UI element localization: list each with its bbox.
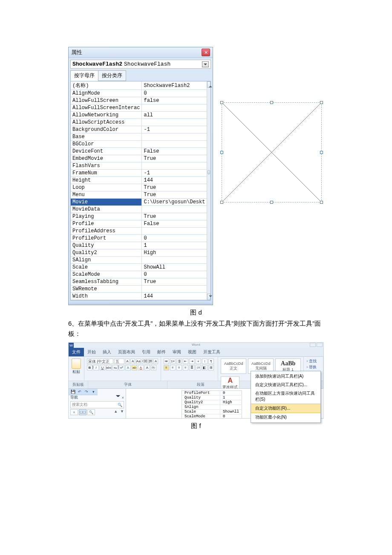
nav-next-icon[interactable]: ▼ [120,409,124,415]
property-row[interactable]: Height144 [71,177,207,184]
property-row[interactable]: Quality2High [71,249,207,257]
show-marks-icon[interactable]: ¶ [208,358,214,364]
resize-handle-ml[interactable] [220,151,223,154]
nav-search-input[interactable]: 搜索文档 🔍 [70,401,124,408]
numbering-icon[interactable]: 1≡ [170,358,176,364]
property-value[interactable]: all [142,112,207,119]
font-size-selector[interactable]: 五号 [114,358,124,364]
resize-handle-bm[interactable] [270,201,273,204]
property-value[interactable]: 0 [142,271,207,278]
property-value[interactable]: False [142,148,207,155]
strike-icon[interactable]: abc [106,365,112,370]
resize-handle-br[interactable] [320,201,323,204]
restore-window-icon[interactable] [317,343,323,347]
property-value[interactable] [142,104,207,112]
shrink-font-icon[interactable]: A [130,358,135,364]
property-value[interactable]: ShockwaveFlash2 [142,81,207,90]
min-window-icon[interactable] [310,343,316,347]
ribbon-tab[interactable]: 视图 [184,348,200,356]
change-case-icon[interactable]: Aa [136,358,141,364]
ribbon-tab[interactable]: 引用 [138,348,154,356]
align-center-icon[interactable]: ≡ [170,365,176,370]
scroll-up-icon[interactable] [207,81,210,88]
line-spacing-icon[interactable]: ↕≡ [196,365,201,370]
property-value[interactable]: -1 [142,126,207,133]
properties-grid[interactable]: (名称)ShockwaveFlash2AlignMode0AllowFullSc… [71,81,207,300]
clear-format-icon[interactable]: ⌫ [142,358,147,364]
property-value[interactable]: -1 [142,170,207,177]
property-row[interactable]: ScaleShowAll [71,264,207,271]
scroll-thumb[interactable] [208,170,210,174]
resize-handle-tr[interactable] [320,101,323,104]
property-row[interactable]: EmbedMovieTrue [71,155,207,162]
property-value[interactable] [142,206,207,213]
ribbon-tab[interactable]: 开始 [84,348,99,356]
grow-font-icon[interactable]: A [125,358,130,364]
highlight-icon[interactable]: ab [132,365,137,370]
nav-dropdown-icon[interactable] [116,395,120,399]
property-row[interactable]: MenuTrue [71,191,207,199]
paste-icon[interactable] [72,358,81,369]
property-value[interactable] [142,133,207,141]
align-right-icon[interactable]: ≡ [176,365,182,370]
char-shading-icon[interactable]: A [144,365,150,370]
panel-resize-grip[interactable] [69,302,213,305]
property-row[interactable]: BackgroundColor-1 [71,126,207,133]
nav-tab-results-icon[interactable]: 🔍 [87,409,95,415]
property-row[interactable]: LoopTrue [71,184,207,191]
bold-icon[interactable]: B [87,365,92,370]
bullets-icon[interactable]: ≔ [164,358,169,364]
property-row[interactable]: FlashVars [71,162,207,170]
property-row[interactable]: AllowNetworkingall [71,112,207,119]
subscript-icon[interactable]: x₂ [112,365,118,370]
ribbon-tab[interactable]: 文件 [69,348,84,356]
property-row[interactable]: SAlign [71,257,207,264]
property-row[interactable]: ProfilePort0 [71,235,207,242]
italic-icon[interactable]: I [93,365,99,370]
property-value[interactable]: ShowAll [142,264,207,271]
enclose-char-icon[interactable]: ㊕ [151,365,156,370]
property-row[interactable]: ScaleMode0 [71,271,207,278]
tab-alphabetic[interactable]: 按字母序 [70,70,98,81]
property-value[interactable]: True [142,155,207,162]
ribbon-tab[interactable]: 开发工具 [200,348,224,356]
borders-icon[interactable]: ⊞ [208,365,214,370]
resize-handle-mr[interactable] [320,151,323,154]
context-menu-item[interactable]: 添加到快速访问工具栏(A) [251,372,320,381]
distributed-icon[interactable]: ≣ [189,365,195,370]
property-value[interactable]: 0 [142,235,207,242]
property-value[interactable]: 144 [142,177,207,184]
property-row[interactable]: Quality1 [71,242,207,249]
text-effect-icon[interactable]: A [125,365,131,370]
property-row[interactable]: MovieData [71,206,207,213]
ribbon-tab[interactable]: 邮件 [154,348,169,356]
nav-tab-headings-icon[interactable]: ≡ [70,409,78,415]
context-menu-item[interactable]: 自定义功能区(R)... [251,404,320,413]
property-value[interactable]: True [142,184,207,191]
ribbon-tab[interactable]: 审阅 [169,348,184,356]
property-row[interactable]: ProfileAddress [71,228,207,235]
embedded-object-placeholder[interactable] [222,102,322,202]
search-icon[interactable]: 🔍 [118,403,122,407]
property-row[interactable]: AlignMode0 [71,90,207,97]
property-value[interactable] [142,119,207,126]
resize-handle-bl[interactable] [220,201,223,204]
redo-icon[interactable]: ↷ [84,389,89,394]
property-value[interactable] [142,257,207,264]
property-row[interactable]: Base [71,133,207,141]
property-value[interactable] [142,162,207,170]
qat-customize-icon[interactable]: ▾ [91,389,96,394]
property-row[interactable]: DeviceFontFalse [71,148,207,155]
object-dropdown-icon[interactable] [202,61,209,67]
property-row[interactable]: BGColor [71,141,207,148]
paste-label[interactable]: 粘贴 [72,369,80,375]
close-icon[interactable]: ✕ [202,49,210,56]
property-value[interactable]: 144 [142,293,207,300]
nav-close-icon[interactable]: × [122,396,124,400]
context-menu-item[interactable]: 在功能区上方显示快速访问工具栏(S) [251,389,320,404]
char-border-icon[interactable]: A [153,358,158,364]
property-row[interactable]: PlayingTrue [71,213,207,220]
ribbon-tab[interactable]: 插入 [99,348,115,356]
scroll-track[interactable] [207,88,210,294]
nav-prev-icon[interactable]: ▲ [114,409,118,415]
